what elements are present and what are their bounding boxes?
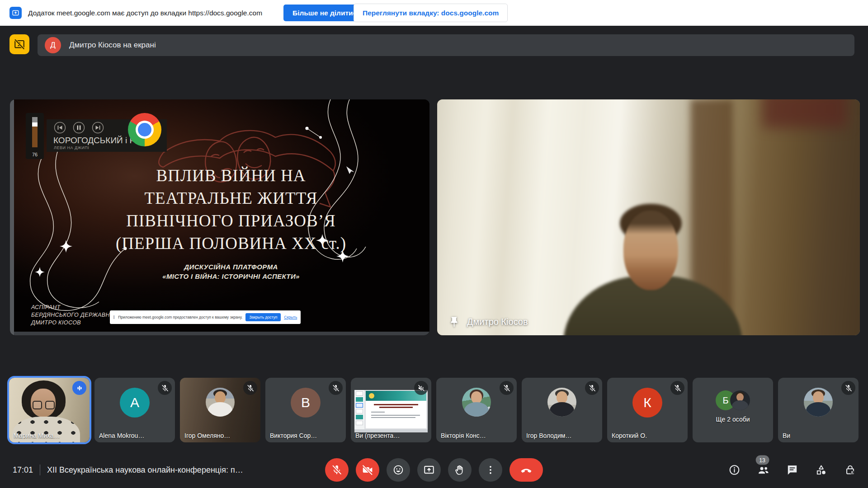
participant-name: Короткий О.: [612, 432, 685, 439]
overflow-avatars: Б: [716, 390, 750, 410]
letter-avatar: A: [120, 388, 150, 418]
leave-call-button[interactable]: [509, 458, 543, 482]
previous-track-icon[interactable]: [54, 122, 66, 134]
next-track-icon[interactable]: [92, 122, 104, 134]
audio-active-indicator: [72, 381, 86, 395]
people-icon: [757, 464, 769, 476]
pinned-name-label: Дмитро Кіосов: [448, 316, 528, 328]
sharing-message: Додаток meet.google.com має доступ до вк…: [28, 0, 262, 26]
photo-avatar: [462, 388, 491, 417]
more-options-button[interactable]: [479, 458, 502, 482]
mic-off-icon: [158, 381, 172, 395]
notification-text: Приложению meet.google.com предоставлен …: [118, 315, 242, 319]
reactions-button[interactable]: [387, 458, 410, 482]
present-screen-icon: [423, 464, 435, 476]
shared-window-edge: [10, 99, 14, 335]
glasses-decoration: [33, 401, 42, 409]
photo-avatar: [804, 388, 833, 417]
pin-icon: [448, 316, 460, 328]
chrome-logo-icon: [128, 113, 161, 146]
camera-off-button[interactable]: [356, 458, 379, 482]
overflow-participants-tile[interactable]: Б Ще 2 особи: [693, 378, 773, 442]
call-end-icon: [520, 464, 532, 476]
close-access-button[interactable]: Закрыть доступ: [245, 313, 281, 321]
slide-subtitle: ДИСКУСІЙНА ПЛАТФОРМА «МІСТО І ВІЙНА: ІСТ…: [82, 262, 380, 281]
participant-name: Виктория Сор…: [270, 432, 343, 439]
volume-slider[interactable]: [32, 117, 38, 147]
participant-tile[interactable]: Ігор Володим…: [522, 378, 602, 442]
participants-button[interactable]: 13: [757, 464, 769, 476]
photo-avatar: [206, 388, 235, 417]
raise-hand-button[interactable]: [448, 458, 472, 482]
mic-off-button[interactable]: [325, 458, 349, 482]
overflow-count-label: Ще 2 особи: [693, 416, 773, 423]
mic-off-icon: [243, 381, 257, 395]
present-button[interactable]: [417, 458, 441, 482]
emoji-icon: [392, 464, 404, 476]
participant-tile[interactable]: Ігор Омеляно…: [180, 378, 260, 442]
pinned-video-tile[interactable]: Дмитро Кіосов: [437, 99, 860, 335]
participant-name: Ви (презента…: [355, 432, 429, 439]
activities-icon: [815, 464, 827, 476]
slide-title: ВПЛИВ ВІЙНИ НА ТЕАТРАЛЬНЕ ЖИТТЯ ПІВНІЧНО…: [82, 164, 380, 255]
mic-off-icon: [841, 381, 855, 395]
participant-tile[interactable]: A Alena Mokrou…: [94, 378, 175, 442]
participant-tile-own-presentation[interactable]: Ви (презента…: [351, 378, 431, 442]
presenting-banner: Д Дмитро Кіосов на екрані: [38, 34, 854, 56]
participant-name: Марина Миха…: [14, 432, 87, 439]
meeting-title: XII Всеукраїнська наукова онлайн-конфере…: [47, 465, 243, 475]
participant-tile[interactable]: В Виктория Сор…: [265, 378, 346, 442]
mic-off-icon: [670, 381, 684, 395]
tab-sharing-banner: Додаток meet.google.com має доступ до вк…: [0, 0, 868, 26]
meeting-details-button[interactable]: [728, 464, 741, 476]
mic-off-icon: [329, 381, 343, 395]
chat-icon: [786, 464, 798, 476]
photo-avatar: [547, 388, 576, 417]
participant-name: Ігор Володим…: [526, 432, 599, 439]
volume-value: 76: [26, 152, 44, 157]
participants-count-badge: 13: [755, 455, 769, 465]
camera-off-icon: [362, 464, 373, 476]
screen-access-notification: ‖ Приложению meet.google.com предоставле…: [110, 310, 301, 324]
google-meet-window: Додаток meet.google.com має доступ до вк…: [0, 0, 868, 488]
participant-tile-self[interactable]: Ви: [778, 378, 859, 442]
presenting-text: Дмитро Кіосов на екрані: [69, 41, 156, 50]
audio-off-icon: [414, 381, 428, 395]
notification-drag-handle: ‖: [113, 315, 115, 320]
hand-icon: [454, 464, 466, 476]
more-vertical-icon: [485, 464, 496, 476]
presentation-thumbnail: [354, 390, 428, 432]
letter-avatar: В: [291, 388, 321, 418]
video-background-shelf: [763, 99, 847, 128]
volume-overlay: 76: [26, 113, 44, 159]
meeting-control-bar: 17:01 XII Всеукраїнська наукова онлайн-к…: [0, 452, 868, 488]
chat-button[interactable]: [786, 464, 798, 476]
shared-window-bottom-edge: [14, 332, 429, 335]
participant-name: Alena Mokrou…: [99, 432, 172, 439]
view-tab-button[interactable]: Переглянути вкладку: docs.google.com: [354, 4, 508, 22]
participant-name: Вікторія Конс…: [441, 432, 514, 439]
participant-tile[interactable]: К Короткий О.: [607, 378, 688, 442]
media-track-subtitle: ЛЕВИ НА ДЖИПІ: [54, 145, 89, 150]
shared-screen-tile[interactable]: ВПЛИВ ВІЙНИ НА ТЕАТРАЛЬНЕ ЖИТТЯ ПІВНІЧНО…: [10, 99, 429, 335]
mic-off-icon: [585, 381, 599, 395]
participant-video-person: [556, 208, 750, 335]
letter-avatar: К: [632, 388, 662, 418]
participant-tile[interactable]: Марина Миха…: [9, 378, 90, 442]
mic-off-icon: [331, 464, 343, 476]
participant-tile[interactable]: Вікторія Конс…: [436, 378, 517, 442]
mic-off-icon: [500, 381, 514, 395]
hide-notification-link[interactable]: Скрыть: [284, 315, 297, 319]
host-controls-button[interactable]: [844, 464, 856, 476]
presenter-avatar: Д: [45, 37, 61, 53]
presentation-paused-icon[interactable]: [9, 34, 29, 54]
presentation-slide: ВПЛИВ ВІЙНИ НА ТЕАТРАЛЬНЕ ЖИТТЯ ПІВНІЧНО…: [14, 99, 429, 332]
activities-button[interactable]: [815, 464, 827, 476]
clock: 17:01: [13, 465, 33, 475]
glasses-decoration: [45, 401, 55, 409]
participant-name: Ви: [783, 432, 856, 439]
photo-avatar: [730, 390, 750, 410]
tab-share-icon: [9, 7, 22, 19]
pause-icon[interactable]: [73, 122, 85, 134]
divider: [40, 465, 40, 475]
